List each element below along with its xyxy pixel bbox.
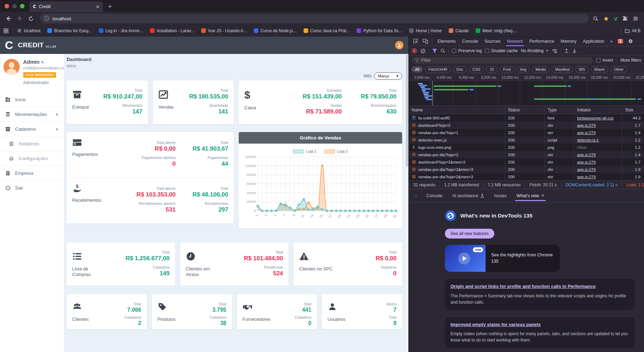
request-type-chip[interactable]: Wasm bbox=[591, 66, 609, 73]
request-initiator[interactable]: fontawesome-all.css bbox=[577, 116, 614, 120]
sidebar-item-empresa[interactable]: Empresa bbox=[0, 166, 64, 180]
see-all-features-button[interactable]: See all new features bbox=[445, 229, 494, 239]
bookmark-item[interactable]: Log in - Jira Anron... bbox=[99, 28, 143, 33]
devtools-tab[interactable]: Console bbox=[459, 36, 481, 46]
section-title-link[interactable]: Improved empty states for various panels bbox=[450, 322, 629, 328]
menu-tune-icon[interactable] bbox=[633, 16, 638, 21]
sidebar-item-relatorios[interactable]: Relatórios bbox=[0, 136, 64, 151]
bookmark-item[interactable]: Branches for Easy... bbox=[47, 28, 91, 33]
export-har-icon[interactable] bbox=[572, 48, 577, 53]
request-type-chip[interactable]: Doc bbox=[453, 66, 467, 73]
request-type-chip[interactable]: Manifest bbox=[551, 66, 573, 73]
request-initiator[interactable]: detector.js:1 bbox=[577, 138, 599, 142]
bookmark-item[interactable]: Meet: mdg-zfwq-... bbox=[476, 28, 517, 33]
devtools-tab[interactable]: Performance bbox=[526, 36, 558, 46]
highlights-card[interactable]: new See the highlights from Chrome 135 bbox=[445, 245, 560, 272]
network-request-row[interactable]: {}vendas-por-dia?loja=2&mes=3 200 xhr ap… bbox=[409, 173, 644, 180]
legend-loja2[interactable]: Loja 2 bbox=[324, 149, 348, 153]
section-title-link[interactable]: Origin and script links for profile and … bbox=[450, 283, 629, 290]
request-type-chip[interactable]: Media bbox=[532, 66, 549, 73]
more-filters-label[interactable]: More filters bbox=[621, 58, 641, 63]
request-type-chip[interactable]: All bbox=[412, 66, 423, 73]
devtools-tab[interactable]: Elements bbox=[434, 36, 459, 46]
invert-filter-checkbox[interactable]: Invert bbox=[596, 58, 613, 63]
sidebar-item-movimentacoes[interactable]: Movimentações ▼ bbox=[0, 107, 64, 122]
bookmark-item[interactable]: Installation - Larav... bbox=[150, 28, 194, 33]
all-bookmarks[interactable]: All B bbox=[619, 28, 640, 34]
clear-network-log-icon[interactable] bbox=[420, 48, 426, 54]
scrollbar-thumb[interactable] bbox=[406, 55, 408, 167]
drawer-menu-kebab-icon[interactable]: ⋮ bbox=[412, 193, 421, 198]
network-overview-waterfall[interactable] bbox=[409, 81, 644, 106]
header-avatar[interactable] bbox=[395, 41, 404, 49]
bookmark-item[interactable]: Curso Java na Prát... bbox=[304, 28, 350, 33]
vue-devtools-extension-icon[interactable]: V bbox=[614, 16, 617, 22]
column-status[interactable]: Status bbox=[505, 106, 544, 114]
drawer-tab-whats-new[interactable]: What's new✕ bbox=[512, 189, 548, 202]
minimize-window-button[interactable] bbox=[12, 4, 17, 8]
back-button[interactable] bbox=[4, 14, 13, 23]
avatar[interactable] bbox=[4, 59, 20, 75]
more-tabs-icon[interactable]: » bbox=[608, 39, 615, 44]
request-initiator[interactable]: app.js:279 bbox=[577, 153, 596, 157]
request-initiator[interactable]: app.js:279 bbox=[577, 175, 596, 179]
devtools-tab[interactable]: Network bbox=[504, 36, 526, 46]
network-request-row[interactable]: {}vendas-por-dia?loja=1&mes=3 200 xhr ap… bbox=[409, 166, 644, 173]
close-drawer-tab-icon[interactable]: ✕ bbox=[541, 193, 544, 198]
request-type-chip[interactable]: WS bbox=[575, 66, 589, 73]
error-badge[interactable]: 1 bbox=[618, 39, 623, 43]
column-type[interactable]: Type bbox=[544, 106, 574, 114]
request-type-chip[interactable]: Font bbox=[500, 66, 514, 73]
drawer-tab-console[interactable]: Console bbox=[422, 189, 447, 202]
month-select[interactable]: Março ▼ bbox=[374, 73, 402, 80]
network-request-row[interactable]: {}dashboard?loja=2&mes=3 200 xhr app.js:… bbox=[409, 158, 644, 166]
bookmark-item[interactable]: Claude bbox=[449, 28, 469, 33]
search-network-icon[interactable] bbox=[440, 48, 445, 53]
request-type-chip[interactable]: JS bbox=[486, 66, 497, 73]
network-request-row[interactable]: {}vendas-por-dia?loja=1 200 xhr app.js:2… bbox=[409, 129, 644, 136]
site-info-icon[interactable]: ⓘ bbox=[44, 15, 49, 22]
close-window-button[interactable] bbox=[5, 4, 9, 8]
network-request-row[interactable]: Tfa-solid-900.woff2 200 font fontawesome… bbox=[409, 114, 644, 122]
column-initiator[interactable]: Initiator bbox=[574, 106, 622, 114]
bookmark-item[interactable]: Home | Home bbox=[409, 28, 442, 33]
sidebar-item-inicio[interactable]: Início bbox=[0, 92, 64, 107]
column-size[interactable]: Size bbox=[622, 106, 644, 114]
zoom-icon[interactable] bbox=[593, 16, 598, 21]
maximize-window-button[interactable] bbox=[20, 4, 25, 8]
device-toolbar-icon[interactable] bbox=[421, 37, 430, 46]
forward-button[interactable] bbox=[15, 14, 25, 23]
inspect-element-icon[interactable] bbox=[411, 37, 420, 46]
network-request-row[interactable]: {}detector-exec.js 200 script detector.j… bbox=[409, 136, 644, 144]
address-bar[interactable]: ⓘ localhost bbox=[40, 14, 589, 23]
reload-button[interactable] bbox=[26, 14, 36, 23]
network-request-row[interactable]: {}vendas-por-dia?loja=2 200 xhr app.js:2… bbox=[409, 151, 644, 158]
browser-tab[interactable]: C Credit ✕ bbox=[29, 1, 103, 12]
drawer-tab-ai-assistance[interactable]: AI assistance bbox=[448, 189, 488, 202]
column-name[interactable]: Name bbox=[409, 106, 505, 114]
record-network-log-icon[interactable] bbox=[412, 48, 417, 54]
request-initiator[interactable]: app.js:279 bbox=[577, 167, 596, 172]
request-initiator[interactable]: app.js:279 bbox=[577, 131, 596, 135]
bookmark-item[interactable]: Curso de Node.js... bbox=[254, 28, 297, 33]
devtools-tab[interactable]: Sources bbox=[481, 36, 504, 46]
extensions-puzzle-icon[interactable] bbox=[622, 16, 628, 21]
edit-profile-icon[interactable]: ✎ bbox=[41, 60, 44, 65]
devtools-tab[interactable]: Application bbox=[579, 36, 607, 46]
devtools-settings-gear-icon[interactable] bbox=[626, 37, 635, 46]
sidebar-item-sair[interactable]: Sair bbox=[0, 180, 64, 195]
request-initiator[interactable]: app.js:279 bbox=[577, 123, 596, 127]
network-request-row[interactable]: Clogo-icon-mini.png 200 png Other 1.2 bbox=[409, 144, 644, 151]
bookmark-item[interactable]: Python for Data Sc... bbox=[357, 28, 402, 33]
request-initiator[interactable]: app.js:279 bbox=[577, 160, 596, 164]
disable-cache-checkbox[interactable]: Disable cache bbox=[485, 48, 517, 53]
tab-close-icon[interactable]: ✕ bbox=[96, 4, 100, 9]
bookmark-item[interactable]: C localhost bbox=[17, 28, 40, 33]
request-type-chip[interactable]: Fetch/XHR bbox=[425, 66, 451, 73]
network-conditions-icon[interactable] bbox=[552, 49, 557, 53]
request-initiator[interactable]: Other bbox=[577, 145, 587, 150]
main-scrollbar[interactable] bbox=[406, 54, 408, 352]
apps-grid-icon[interactable] bbox=[4, 28, 8, 33]
devtools-tab[interactable]: Memory bbox=[557, 36, 579, 46]
legend-loja1[interactable]: Loja 1 bbox=[293, 149, 317, 153]
